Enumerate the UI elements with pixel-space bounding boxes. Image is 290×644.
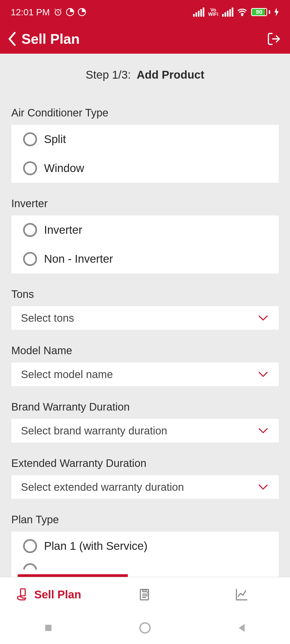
tab-label: Sell Plan (34, 588, 81, 601)
brand-warranty-label: Brand Warranty Duration (0, 386, 290, 419)
alarm-icon (54, 8, 62, 16)
dropdown-placeholder: Select extended warranty duration (21, 481, 184, 493)
charging-icon (274, 8, 279, 16)
status-indicator-icon (78, 8, 86, 16)
radio-icon (23, 132, 37, 146)
sys-back-button[interactable] (234, 621, 249, 635)
svg-rect-3 (140, 589, 148, 600)
chevron-down-icon (258, 315, 268, 321)
chevron-down-icon (258, 428, 268, 434)
vowifi-icon: VoWiFi (208, 8, 218, 16)
dropdown-placeholder: Select brand warranty duration (21, 425, 167, 437)
signal-icon (222, 8, 233, 17)
ac-type-label: Air Conditioner Type (0, 92, 290, 125)
brand-warranty-dropdown[interactable]: Select brand warranty duration (11, 419, 279, 442)
chevron-down-icon (258, 484, 268, 490)
step-indicator: Step 1/3: Add Product (0, 54, 290, 92)
battery-icon: 90 (251, 8, 270, 16)
svg-rect-4 (45, 625, 51, 631)
inverter-group: Inverter Non - Inverter (11, 215, 279, 273)
ac-type-group: Split Window (11, 125, 279, 183)
sys-home-button[interactable] (138, 621, 153, 635)
radio-icon (23, 252, 37, 266)
step-title: Add Product (137, 68, 204, 81)
radio-option-inverter[interactable]: Inverter (11, 215, 279, 244)
page-title: Sell Plan (21, 31, 80, 47)
radio-option-split[interactable]: Split (11, 125, 279, 154)
model-label: Model Name (0, 330, 290, 363)
back-button[interactable] (5, 32, 19, 46)
ext-warranty-label: Extended Warranty Duration (0, 442, 290, 475)
svg-point-5 (140, 623, 150, 633)
status-indicator-icon (66, 8, 74, 16)
tab-indicator (18, 574, 128, 577)
tab-reports[interactable] (97, 588, 193, 602)
tons-dropdown[interactable]: Select tons (11, 306, 279, 330)
wifi-icon (237, 8, 247, 16)
system-nav (0, 612, 290, 644)
status-bar: 12:01 PM VoWiFi 90 (0, 0, 290, 24)
radio-option-window[interactable]: Window (11, 154, 279, 183)
svg-rect-2 (21, 589, 25, 596)
plan-type-label: Plan Type (0, 499, 290, 532)
radio-icon (23, 161, 37, 175)
inverter-label: Inverter (0, 183, 290, 215)
plan-type-group: Plan 1 (with Service) (11, 532, 279, 577)
radio-option-non-inverter[interactable]: Non - Inverter (11, 244, 279, 273)
tab-analytics[interactable] (193, 588, 290, 602)
radio-icon (23, 539, 37, 553)
logout-button[interactable] (266, 31, 282, 47)
tab-sell-plan[interactable]: Sell Plan (0, 588, 97, 602)
radio-label: Plan 1 (with Service) (44, 540, 147, 552)
app-bar: Sell Plan (0, 24, 290, 54)
ext-warranty-dropdown[interactable]: Select extended warranty duration (11, 475, 279, 499)
radio-label: Non - Inverter (44, 253, 113, 265)
radio-option-plan1[interactable]: Plan 1 (with Service) (11, 532, 279, 561)
model-dropdown[interactable]: Select model name (11, 363, 279, 386)
dropdown-placeholder: Select model name (21, 368, 113, 380)
radio-label: Inverter (44, 224, 82, 236)
tons-label: Tons (0, 273, 290, 306)
radio-icon (23, 223, 37, 237)
bottom-nav: Sell Plan (0, 577, 290, 612)
svg-point-1 (242, 14, 243, 16)
radio-label: Window (44, 162, 84, 175)
step-prefix: Step 1/3: (86, 68, 131, 81)
chevron-down-icon (258, 371, 268, 377)
radio-label: Split (44, 133, 66, 146)
form-content: Step 1/3: Add Product Air Conditioner Ty… (0, 54, 290, 577)
status-time: 12:01 PM (11, 7, 50, 17)
dropdown-placeholder: Select tons (21, 312, 74, 324)
sys-recents-button[interactable] (41, 621, 56, 635)
signal-icon (193, 8, 204, 17)
